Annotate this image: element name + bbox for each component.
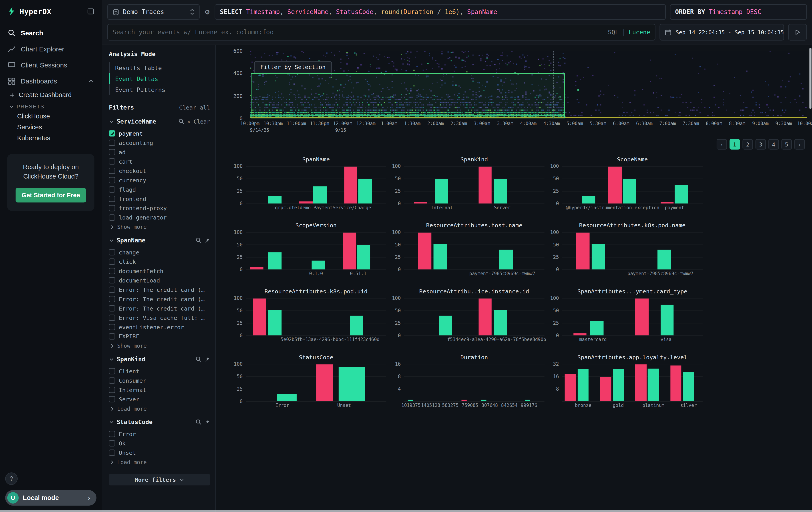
delta-bar[interactable]	[565, 374, 576, 401]
checkbox[interactable]	[109, 396, 115, 402]
filter-option-error-the-credit-card[interactable]: Error: The credit card (…	[109, 304, 210, 313]
delta-bar[interactable]	[648, 369, 659, 401]
filter-group-header-spankind[interactable]: SpanKind	[109, 355, 210, 363]
delta-bar[interactable]	[660, 305, 674, 335]
delta-bar[interactable]	[635, 299, 648, 335]
sidebar-item-client-sessions[interactable]: Client Sessions	[0, 57, 102, 73]
checkbox[interactable]	[109, 149, 115, 155]
pagination-page-1[interactable]: 1	[729, 139, 740, 150]
delta-bar[interactable]	[350, 316, 363, 335]
delta-bar[interactable]	[670, 366, 682, 401]
delta-bar[interactable]	[622, 179, 636, 204]
delta-bar[interactable]	[312, 261, 325, 269]
delta-bar[interactable]	[592, 244, 605, 269]
delta-bar[interactable]	[268, 252, 282, 270]
filter-option-consumer[interactable]: Consumer	[109, 376, 210, 385]
filter-option-documentfetch[interactable]: documentFetch	[109, 266, 210, 276]
filter-option-accounting[interactable]: accounting	[109, 138, 210, 147]
more-filters-button[interactable]: More filters	[109, 474, 210, 485]
checkbox[interactable]	[109, 205, 115, 211]
delta-bar[interactable]	[299, 201, 313, 204]
pagination-prev[interactable]: ‹	[717, 139, 727, 150]
checkbox[interactable]	[109, 130, 115, 136]
checkbox[interactable]	[109, 440, 115, 447]
sidebar-item-chart-explorer[interactable]: Chart Explorer	[0, 41, 102, 57]
filter-option-expire[interactable]: EXPIRE	[109, 332, 210, 341]
filter-option-documentload[interactable]: documentLoad	[109, 276, 210, 285]
checkbox[interactable]	[109, 158, 115, 164]
preset-clickhouse[interactable]: ClickHouse	[0, 111, 102, 122]
local-mode-pill[interactable]: U Local mode ›	[5, 490, 96, 506]
filter-show-more-servicename[interactable]: Show more	[110, 224, 210, 230]
filter-option-ad[interactable]: ad	[109, 147, 210, 157]
filter-option-error[interactable]: Error	[109, 429, 210, 439]
filter-group-header-servicename[interactable]: ServiceName✕ Clear	[109, 118, 210, 125]
heatmap-selection[interactable]	[251, 74, 564, 118]
checkbox[interactable]	[109, 377, 115, 383]
checkbox[interactable]	[109, 305, 115, 312]
filter-option-change[interactable]: change	[109, 247, 210, 257]
delta-bar[interactable]	[439, 316, 453, 335]
sidebar-item-search[interactable]: Search	[0, 25, 102, 41]
filter-search-icon[interactable]	[196, 419, 202, 425]
checkbox[interactable]	[109, 259, 115, 265]
delta-bar[interactable]	[608, 167, 622, 204]
filter-option-payment[interactable]: payment	[109, 129, 210, 138]
delta-bar[interactable]	[253, 299, 266, 335]
checkbox[interactable]	[109, 249, 115, 255]
sidebar-item-dashboards[interactable]: Dashboards	[0, 73, 102, 89]
filter-group-header-spanname[interactable]: SpanName	[109, 237, 210, 244]
delta-bar[interactable]	[478, 167, 492, 204]
checkbox[interactable]	[109, 277, 115, 284]
preset-kubernetes[interactable]: Kubernetes	[0, 133, 102, 144]
delta-bar[interactable]	[600, 377, 611, 401]
delta-bar[interactable]	[339, 367, 365, 401]
pagination-page-5[interactable]: 5	[781, 139, 792, 150]
delta-bar[interactable]	[250, 267, 263, 269]
filter-option-frontend-proxy[interactable]: frontend-proxy	[109, 204, 210, 213]
run-query-button[interactable]	[788, 24, 807, 41]
checkbox[interactable]	[109, 177, 115, 183]
filter-option-error-visa-cache-full[interactable]: Error: Visa cache full: …	[109, 313, 210, 322]
settings-gear-icon[interactable]: ⚙	[204, 7, 210, 17]
filter-option-unset[interactable]: Unset	[109, 448, 210, 457]
checkbox[interactable]	[109, 431, 115, 437]
checkbox[interactable]	[109, 268, 115, 274]
filter-show-more-spanname[interactable]: Show more	[110, 343, 210, 349]
filter-option-frontend[interactable]: frontend	[109, 194, 210, 204]
mode-sql-toggle[interactable]: SQL	[608, 28, 618, 36]
delta-bar[interactable]	[268, 309, 282, 335]
filter-option-currency[interactable]: currency	[109, 176, 210, 185]
delta-bar[interactable]	[494, 309, 507, 335]
pagination-page-2[interactable]: 2	[743, 139, 753, 150]
checkbox[interactable]	[109, 287, 115, 293]
pagination-page-3[interactable]: 3	[756, 139, 766, 150]
filter-load-more-statuscode[interactable]: Load more	[110, 459, 210, 465]
checkbox[interactable]	[109, 315, 115, 321]
checkbox[interactable]	[109, 186, 115, 193]
delta-bar[interactable]	[499, 250, 513, 270]
delta-bar[interactable]	[590, 321, 604, 335]
delta-bar[interactable]	[494, 179, 507, 204]
delta-bar[interactable]	[435, 179, 448, 204]
delta-bar[interactable]	[582, 196, 595, 204]
source-select[interactable]: Demo Traces	[107, 4, 200, 20]
filter-option-load-generator[interactable]: load-generator	[109, 213, 210, 222]
presets-toggle[interactable]: PRESETS	[0, 101, 102, 111]
analysis-option-event-patterns[interactable]: Event Patterns	[109, 84, 210, 95]
filter-option-client[interactable]: Client	[109, 367, 210, 376]
checkbox[interactable]	[109, 196, 115, 202]
filter-option-checkout[interactable]: checkout	[109, 166, 210, 176]
clear-all-button[interactable]: Clear all	[179, 104, 210, 111]
pin-icon[interactable]	[204, 356, 210, 362]
checkbox[interactable]	[109, 450, 115, 456]
checkbox[interactable]	[109, 140, 115, 146]
filter-option-eventlistener-error[interactable]: eventListener.error	[109, 322, 210, 332]
order-by-input[interactable]: ORDER BY Timestamp DESC	[670, 4, 807, 20]
delta-bar[interactable]	[683, 372, 694, 401]
delta-bar[interactable]	[414, 202, 427, 204]
checkbox[interactable]	[109, 333, 115, 340]
delta-bar[interactable]	[660, 202, 674, 204]
delta-bar[interactable]	[576, 233, 589, 270]
checkbox[interactable]	[109, 324, 115, 330]
